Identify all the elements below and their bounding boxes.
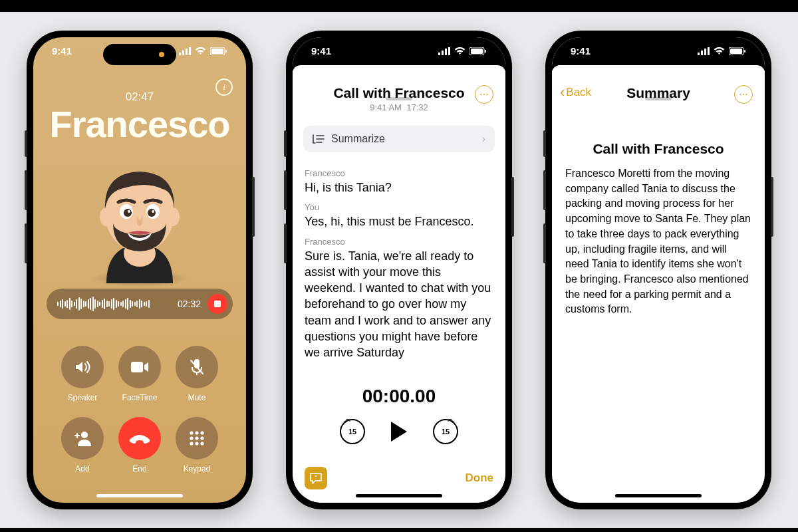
facetime-label: FaceTime [122, 393, 158, 402]
phone-summary: 9:41 ‹ Back Summary ⋯ [545, 31, 771, 509]
facetime-button[interactable]: FaceTime [118, 346, 161, 402]
note-subtitle: 9:41 AM 17:32 [305, 102, 493, 112]
wifi-icon [714, 47, 725, 55]
recording-pill[interactable]: 02:32 [47, 289, 233, 319]
status-icons [179, 45, 227, 57]
dynamic-island [622, 44, 695, 65]
svg-point-26 [200, 431, 203, 434]
svg-rect-3 [189, 47, 191, 55]
done-button[interactable]: Done [466, 471, 494, 485]
end-label: End [132, 464, 146, 473]
status-icons [438, 45, 487, 57]
back-button[interactable]: ‹ Back [560, 85, 591, 100]
letterbox-top [0, 0, 798, 12]
home-indicator[interactable] [615, 494, 702, 497]
svg-text:”: ” [315, 474, 317, 480]
info-button[interactable]: i [215, 78, 233, 96]
svg-rect-1 [182, 51, 184, 55]
svg-rect-36 [448, 47, 450, 55]
skip-back-button[interactable]: ↶15 [340, 419, 365, 444]
cellular-icon [698, 47, 710, 55]
keypad-icon [188, 430, 205, 447]
svg-rect-2 [186, 49, 188, 55]
letterbox-bottom [0, 528, 798, 532]
svg-rect-49 [730, 49, 742, 54]
battery-icon [729, 47, 746, 55]
play-icon [389, 420, 409, 443]
transcript-line: Hi, is this Tania? [305, 180, 493, 196]
waveform-icon [57, 296, 171, 312]
summarize-icon [313, 134, 325, 144]
svg-point-30 [190, 442, 193, 445]
svg-point-27 [190, 436, 193, 440]
add-button[interactable]: Add [61, 417, 104, 473]
caller-memoji [73, 150, 206, 283]
svg-point-29 [200, 436, 203, 440]
play-button[interactable] [389, 420, 409, 443]
speaker-label: Francesco [305, 237, 493, 247]
svg-rect-47 [708, 47, 710, 55]
wifi-icon [454, 47, 466, 55]
svg-rect-44 [698, 53, 700, 55]
video-icon [130, 360, 150, 374]
mute-button[interactable]: Mute [176, 346, 218, 402]
phone-call: 9:41 i 02:47 Francesco [27, 31, 253, 509]
more-button[interactable]: ⋯ [734, 85, 753, 104]
battery-icon [210, 47, 227, 55]
speaker-label: You [305, 202, 493, 212]
svg-point-32 [200, 442, 203, 445]
svg-rect-45 [701, 51, 703, 55]
home-indicator[interactable] [96, 494, 183, 497]
call-screen: 9:41 i 02:47 Francesco [33, 37, 246, 503]
add-person-icon [72, 430, 92, 447]
mute-icon [188, 358, 205, 376]
speaker-label: Francesco [305, 168, 493, 178]
recording-time: 02:32 [178, 299, 201, 309]
playback-time: 00:00.00 [293, 386, 505, 407]
audio-player: 00:00.00 ↶15 ↷15 [293, 386, 505, 444]
svg-point-31 [195, 442, 198, 445]
battery-icon [469, 47, 487, 55]
svg-point-21 [81, 432, 88, 438]
chevron-left-icon: ‹ [560, 85, 565, 100]
keypad-button[interactable]: Keypad [176, 417, 218, 473]
svg-point-15 [128, 210, 130, 213]
add-label: Add [75, 464, 89, 473]
speaker-icon [73, 358, 92, 376]
svg-rect-35 [445, 49, 447, 55]
page-title: Summary [564, 85, 753, 101]
svg-point-28 [195, 436, 198, 440]
note-title: Call with Francesco [305, 85, 493, 101]
svg-rect-33 [438, 53, 440, 55]
summary-screen: 9:41 ‹ Back Summary ⋯ [552, 37, 765, 503]
skip-forward-button[interactable]: ↷15 [433, 419, 458, 444]
summarize-button[interactable]: Summarize › [303, 126, 495, 152]
svg-rect-17 [131, 362, 143, 372]
svg-point-25 [195, 431, 198, 434]
summary-title: Call with Francesco [552, 141, 765, 157]
phone-transcript: 9:41 Call with Francesco 9:41 AM 17:32 [286, 31, 512, 509]
summarize-label: Summarize [331, 133, 385, 145]
end-call-button[interactable]: End [118, 417, 161, 473]
speaker-label: Speaker [68, 393, 98, 402]
home-indicator[interactable] [356, 494, 442, 497]
record-stop-button[interactable] [207, 294, 227, 314]
svg-point-24 [190, 431, 193, 434]
svg-rect-39 [485, 50, 486, 53]
svg-rect-34 [442, 51, 444, 55]
status-time: 9:41 [52, 45, 72, 57]
hangup-icon [128, 433, 151, 444]
svg-rect-38 [471, 49, 483, 54]
transcript-line: Sure is. Tania, we're all ready to assis… [305, 248, 493, 361]
svg-point-14 [148, 209, 156, 217]
back-label: Back [566, 86, 591, 99]
status-time: 9:41 [571, 45, 591, 57]
transcript: FrancescoHi, is this Tania?YouYes, hi, t… [293, 158, 505, 361]
call-controls: Speaker FaceTime Mute Add [33, 346, 246, 473]
more-button[interactable]: ⋯ [475, 85, 493, 104]
speaker-button[interactable]: Speaker [61, 346, 104, 402]
caller-name: Francesco [33, 102, 246, 146]
transcript-toggle-button[interactable]: ” [305, 467, 327, 489]
status-icons [698, 45, 746, 57]
transcript-line: Yes, hi, this must be Francesco. [305, 213, 493, 229]
